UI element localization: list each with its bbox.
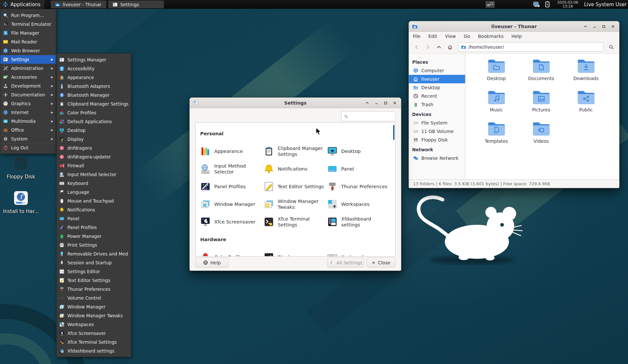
submenu-item[interactable]: Workspaces <box>57 320 131 329</box>
maximize-button[interactable] <box>383 100 389 106</box>
settings-tile[interactable]: Color Profiles <box>200 248 264 256</box>
submenu-item[interactable]: Clipboard Manager Settings <box>57 99 131 108</box>
task-button[interactable]: liveuser - Thunar <box>51 1 106 8</box>
path-bar[interactable]: /home/liveuser/ <box>458 42 603 52</box>
submenu-item[interactable]: Volume Control <box>57 293 131 302</box>
settings-search-field[interactable] <box>341 111 396 121</box>
all-settings-button[interactable]: All Settings <box>327 257 364 268</box>
submenu-item[interactable]: Notifications <box>57 205 131 214</box>
submenu-item[interactable]: Settings Manager <box>57 55 131 64</box>
close-button[interactable] <box>392 100 398 106</box>
submenu-item[interactable]: dnfdragora <box>57 143 131 152</box>
settings-tile[interactable]: Keyboard <box>327 248 391 256</box>
minimize-button[interactable] <box>592 24 598 29</box>
workspace-pager[interactable] <box>486 1 495 8</box>
submenu-item[interactable]: Power Manager <box>57 232 131 240</box>
submenu-item[interactable]: Bluetooth Manager <box>57 91 131 99</box>
submenu-item[interactable]: Removable Drives and Media <box>57 249 131 258</box>
settings-tile[interactable]: Notifications <box>264 160 327 178</box>
sidebar-item[interactable]: Recent <box>409 92 465 100</box>
menu-item[interactable]: Administration ▶ <box>0 64 56 73</box>
menubar-item[interactable]: Bookmarks <box>478 34 503 39</box>
shade-button[interactable] <box>364 100 370 106</box>
folder-item[interactable]: Music <box>474 90 519 121</box>
menu-item[interactable]: Mail Reader <box>0 37 56 46</box>
menubar-item[interactable]: File <box>413 34 420 39</box>
maximize-button[interactable] <box>601 24 607 29</box>
submenu-item[interactable]: Color Profiles <box>57 108 131 117</box>
submenu-item[interactable]: dnfdragora-updater <box>57 152 131 161</box>
menu-item[interactable]: Settings ▶ <box>0 55 56 64</box>
settings-tile[interactable]: Input Method Selector <box>200 160 264 178</box>
settings-tile[interactable]: Clipboard Manager Settings <box>264 142 327 160</box>
menubar-item[interactable]: Help <box>511 34 522 39</box>
sidebar-item[interactable]: Places <box>409 58 465 66</box>
settings-tile[interactable]: Personal <box>200 125 391 142</box>
display-tray-icon[interactable] <box>533 1 540 8</box>
menu-item[interactable]: Run Program... <box>0 11 56 20</box>
menu-item[interactable]: Accessories ▶ <box>0 73 56 81</box>
folder-item[interactable]: Videos <box>519 121 564 153</box>
submenu-item[interactable]: Firewall <box>57 161 131 170</box>
home-button[interactable] <box>445 42 455 52</box>
submenu-item[interactable]: Desktop <box>57 126 131 135</box>
battery-tray-icon[interactable] <box>544 1 551 8</box>
desktop-icon-floppy[interactable]: Floppy Disk <box>1 156 41 180</box>
submenu-item[interactable]: Xfce Screensaver <box>57 329 131 338</box>
sidebar-item[interactable]: Devices <box>409 110 465 119</box>
settings-tile[interactable]: Desktop <box>327 142 391 160</box>
menu-item[interactable]: Web Browser <box>0 46 56 55</box>
submenu-item[interactable]: Text Editor Settings <box>57 276 131 285</box>
folder-item[interactable]: Documents <box>519 58 564 90</box>
menu-item[interactable]: Terminal Emulator <box>0 20 56 28</box>
applications-menu-button[interactable]: Applications <box>0 0 44 9</box>
submenu-item[interactable]: Xfce Terminal Settings <box>57 338 131 346</box>
folder-item[interactable]: Public <box>564 90 608 121</box>
submenu-item[interactable]: Print Settings <box>57 240 131 249</box>
search-input[interactable] <box>350 114 393 119</box>
submenu-item[interactable]: Window Manager <box>57 302 131 311</box>
close-settings-button[interactable]: Close <box>367 257 395 268</box>
sidebar-item[interactable]: Trash <box>409 100 465 109</box>
submenu-item[interactable]: Language <box>57 188 131 196</box>
settings-tile[interactable]: Xfdashboard settings <box>327 213 391 231</box>
settings-titlebar[interactable]: Settings <box>190 98 401 108</box>
sidebar-item[interactable]: Computer <box>409 66 465 75</box>
menu-item[interactable]: Log Out <box>0 143 56 152</box>
menu-item[interactable]: Development ▶ <box>0 81 56 90</box>
submenu-item[interactable]: Input Method Selector <box>57 170 131 179</box>
close-button[interactable] <box>610 24 616 29</box>
menu-item[interactable]: Graphics ▶ <box>0 99 56 108</box>
menu-item[interactable]: Multimedia ▶ <box>0 117 56 125</box>
menu-item[interactable]: File Manager <box>0 28 56 37</box>
shade-button[interactable] <box>583 24 588 29</box>
settings-tile[interactable]: Thunar Preferences <box>327 178 391 195</box>
clock[interactable]: 2025-02-06 13:18 <box>557 1 578 8</box>
settings-tile[interactable]: Xfce Terminal Settings <box>264 213 327 231</box>
submenu-item[interactable]: Settings Editor <box>57 267 131 276</box>
settings-tile[interactable]: Hardware <box>200 231 391 248</box>
sidebar-item[interactable]: liveuser <box>409 75 465 83</box>
desktop-icon-installer[interactable]: Install to Har... <box>1 190 41 214</box>
settings-tile[interactable]: Panel Profiles <box>200 178 264 195</box>
submenu-item[interactable]: Keyboard <box>57 179 131 188</box>
menubar-item[interactable]: Edit <box>428 34 437 39</box>
submenu-item[interactable]: Xfdashboard settings <box>57 346 131 355</box>
settings-tile[interactable]: Panel <box>327 160 391 178</box>
help-button[interactable]: Help <box>195 257 229 268</box>
menu-item[interactable]: Documentation ▶ <box>0 90 56 99</box>
menu-item[interactable]: Office ▶ <box>0 125 56 134</box>
submenu-item[interactable]: Panel Profiles <box>57 223 131 232</box>
forward-button[interactable] <box>423 42 433 52</box>
folder-item[interactable]: Pictures <box>519 90 564 121</box>
settings-tile[interactable]: Text Editor Settings <box>264 178 327 195</box>
settings-tile[interactable]: Xfce Screensaver <box>200 213 264 231</box>
submenu-item[interactable]: Mouse and Touchpad <box>57 196 131 205</box>
submenu-item[interactable]: Default Applications <box>57 117 131 126</box>
menu-item[interactable]: System ▶ <box>0 134 56 143</box>
submenu-item[interactable]: Bluetooth Adapters <box>57 82 131 91</box>
submenu-item[interactable]: Accessibility <box>57 64 131 73</box>
menubar-item[interactable]: Go <box>464 34 470 39</box>
submenu-item[interactable]: Session and Startup <box>57 258 131 267</box>
folder-item[interactable]: Downloads <box>564 58 608 90</box>
